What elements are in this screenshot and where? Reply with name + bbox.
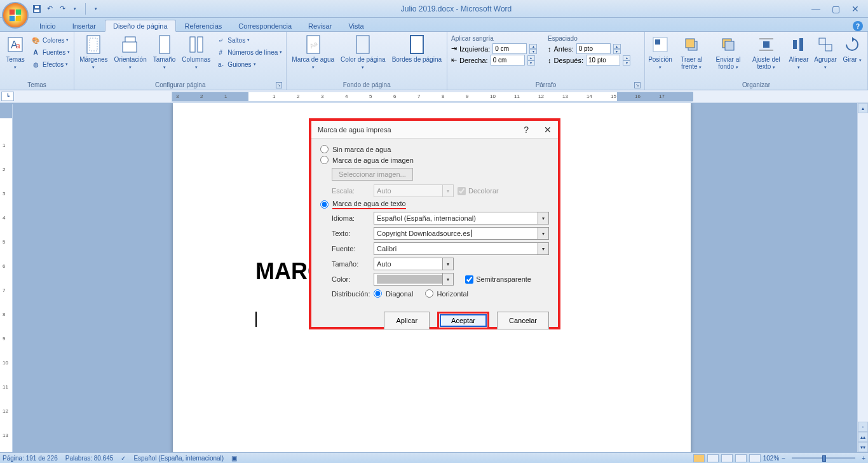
ajuste-texto-button[interactable]: Ajuste del texto ▾: [748, 33, 785, 71]
alinear-button[interactable]: Alinear ▾: [786, 33, 811, 71]
view-web-button[interactable]: [721, 454, 733, 462]
antes-input[interactable]: [576, 43, 611, 54]
espaciado-antes-field[interactable]: ↕Antes:▴▾: [548, 43, 641, 54]
enviar-fondo-button[interactable]: Enviar al fondo ▾: [710, 33, 746, 71]
prev-page-icon[interactable]: ◦: [858, 422, 868, 432]
save-icon[interactable]: [32, 4, 42, 14]
dialog-close-icon[interactable]: ✕: [544, 125, 552, 135]
next-page-icon[interactable]: ▾▾: [858, 442, 868, 452]
dialog-titlebar[interactable]: Marca de agua impresa ? ✕: [311, 121, 558, 139]
svg-rect-27: [763, 41, 770, 48]
chevron-down-icon[interactable]: ▾: [442, 258, 453, 270]
vertical-scrollbar[interactable]: ▴ ◦ ▴▴ ▾▾: [857, 103, 868, 452]
tab-insertar[interactable]: Insertar: [65, 20, 104, 31]
margenes-button[interactable]: Márgenes▾: [77, 33, 110, 71]
scroll-up-icon[interactable]: ▴: [858, 103, 868, 113]
status-pagina[interactable]: Página: 191 de 226: [3, 455, 58, 462]
espaciado-despues-field[interactable]: ↕Después:▴▾: [548, 55, 641, 66]
fuentes-button[interactable]: AFuentes ▾: [31, 46, 70, 58]
browse-object-icon[interactable]: ▴▴: [858, 432, 868, 442]
zoom-out-button[interactable]: −: [782, 455, 785, 462]
chevron-down-icon[interactable]: ▾: [538, 243, 548, 254]
view-outline-button[interactable]: [735, 454, 747, 462]
efectos-button[interactable]: ◍Efectos ▾: [31, 59, 70, 70]
orientacion-button[interactable]: Orientación▾: [112, 33, 149, 71]
svg-rect-33: [825, 45, 832, 51]
chevron-down-icon[interactable]: ▾: [442, 273, 453, 285]
tab-selector[interactable]: ┗: [1, 92, 14, 101]
radio-horizontal[interactable]: Horizontal: [425, 288, 469, 299]
despues-input[interactable]: [586, 55, 620, 66]
fuente-combo[interactable]: Calibri▾: [374, 242, 549, 255]
texto-combo[interactable]: Copyright Downloadsource.es▾: [374, 227, 549, 240]
bordes-pagina-button[interactable]: Bordes de página: [390, 33, 444, 64]
aplicar-button[interactable]: Aplicar: [384, 312, 430, 329]
zoom-slider[interactable]: [792, 457, 855, 459]
radio-diagonal[interactable]: Diagonal: [374, 288, 413, 299]
status-palabras[interactable]: Palabras: 80.645: [65, 455, 114, 462]
launcher-icon[interactable]: ↘: [634, 82, 641, 88]
guiones-button[interactable]: a-Guiones ▾: [215, 59, 282, 70]
saltos-button[interactable]: ⤶Saltos ▾: [215, 34, 282, 46]
zoom-in-button[interactable]: +: [862, 455, 865, 462]
ruler-bar: ┗ 3211234567891011121314151617: [0, 90, 868, 103]
posicion-button[interactable]: Posición▾: [648, 33, 673, 71]
sangria-izq-input[interactable]: [492, 43, 527, 54]
sangria-der-input[interactable]: [491, 55, 525, 66]
cancelar-button[interactable]: Cancelar: [497, 312, 549, 329]
marca-agua-button[interactable]: AaMarca de agua▾: [289, 33, 337, 71]
radio-marca-imagen[interactable]: Marca de agua de imagen: [320, 155, 549, 165]
view-draft-button[interactable]: [749, 454, 761, 462]
tamano-combo[interactable]: Auto▾: [374, 258, 454, 270]
idioma-combo[interactable]: Español (España, internacional)▾: [374, 212, 549, 225]
tab-referencias[interactable]: Referencias: [177, 20, 230, 31]
traer-frente-button[interactable]: Traer al frente ▾: [674, 33, 709, 71]
tamano-button[interactable]: Tamaño▾: [151, 33, 179, 71]
minimize-icon[interactable]: —: [811, 4, 820, 14]
chevron-down-icon[interactable]: ▾: [538, 228, 548, 239]
launcher-icon[interactable]: ↘: [276, 82, 282, 88]
help-icon[interactable]: ?: [853, 21, 863, 31]
color-pagina-button[interactable]: Color de página▾: [338, 33, 388, 71]
tab-correspondencia[interactable]: Correspondencia: [231, 20, 299, 31]
radio-sin-marca[interactable]: Sin marca de agua: [320, 144, 549, 155]
view-fullscreen-button[interactable]: [707, 454, 719, 462]
numeros-linea-button[interactable]: #Números de línea ▾: [215, 46, 282, 58]
maximize-icon[interactable]: ▢: [832, 4, 840, 14]
ribbon-tabs: Inicio Insertar Diseño de página Referen…: [0, 18, 868, 32]
align-icon: [789, 34, 809, 55]
qat-more-icon[interactable]: ▾: [91, 4, 101, 14]
sangria-derecha-field[interactable]: ⇤Derecha:▴▾: [451, 55, 544, 66]
tab-revisar[interactable]: Revisar: [301, 20, 339, 31]
dialog-title-text: Marca de agua impresa: [318, 126, 391, 134]
group-icon: [815, 34, 836, 55]
girar-button[interactable]: Girar ▾: [839, 33, 865, 64]
chevron-down-icon[interactable]: ▾: [538, 212, 548, 224]
sangria-izquierda-field[interactable]: ⇥Izquierda:▴▾: [451, 43, 544, 54]
agrupar-button[interactable]: Agrupar ▾: [813, 33, 838, 71]
color-combo[interactable]: ▾: [374, 273, 454, 286]
qat-customize-icon[interactable]: ▾: [70, 4, 80, 14]
group-organizar: Posición▾ Traer al frente ▾ Enviar al fo…: [645, 32, 868, 90]
dialog-help-icon[interactable]: ?: [524, 125, 529, 135]
view-print-layout-button[interactable]: [693, 454, 705, 462]
close-icon[interactable]: ✕: [851, 4, 859, 14]
vertical-ruler[interactable]: 1234567891011121314: [0, 104, 13, 452]
tab-diseno-pagina[interactable]: Diseño de página: [105, 20, 176, 32]
status-idioma[interactable]: Español (España, internacional): [133, 455, 224, 462]
semitransparente-check[interactable]: Semitransparente: [465, 275, 531, 284]
status-zoom[interactable]: 102%: [763, 455, 780, 462]
horizontal-ruler[interactable]: 3211234567891011121314151617: [172, 92, 693, 102]
temas-button[interactable]: Aa Temas▾: [3, 33, 28, 71]
undo-icon[interactable]: ↶: [44, 4, 55, 14]
radio-marca-texto[interactable]: Marca de agua de texto: [320, 198, 549, 211]
colores-button[interactable]: 🎨Colores ▾: [31, 34, 70, 46]
spellcheck-icon[interactable]: ✓: [121, 455, 126, 462]
aceptar-button[interactable]: Aceptar: [440, 314, 487, 327]
macro-icon[interactable]: ▣: [231, 455, 237, 462]
tab-vista[interactable]: Vista: [341, 20, 371, 31]
office-button[interactable]: [2, 2, 29, 29]
columnas-button[interactable]: Columnas▾: [179, 33, 213, 71]
redo-icon[interactable]: ↷: [57, 4, 67, 14]
tab-inicio[interactable]: Inicio: [32, 20, 64, 31]
